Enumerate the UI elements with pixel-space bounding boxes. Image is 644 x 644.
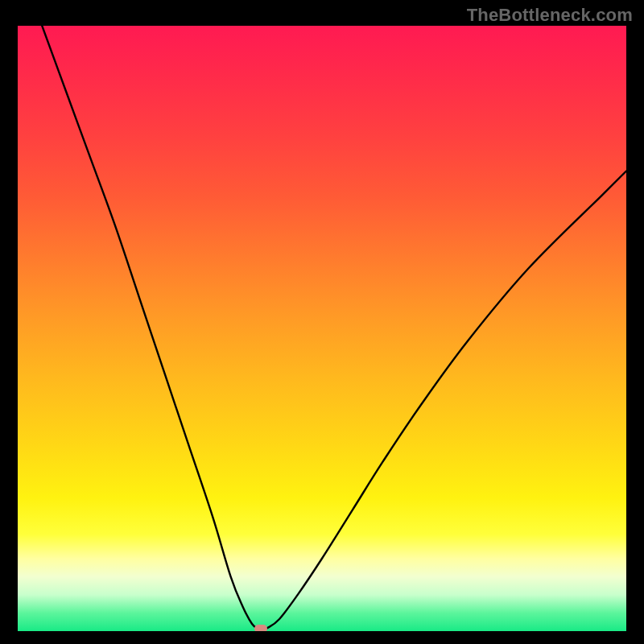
bottleneck-curve xyxy=(18,26,626,631)
plot-area xyxy=(18,26,626,631)
chart-frame: TheBottleneck.com xyxy=(0,0,644,644)
watermark-label: TheBottleneck.com xyxy=(467,5,633,26)
bottleneck-point-marker xyxy=(254,625,267,631)
